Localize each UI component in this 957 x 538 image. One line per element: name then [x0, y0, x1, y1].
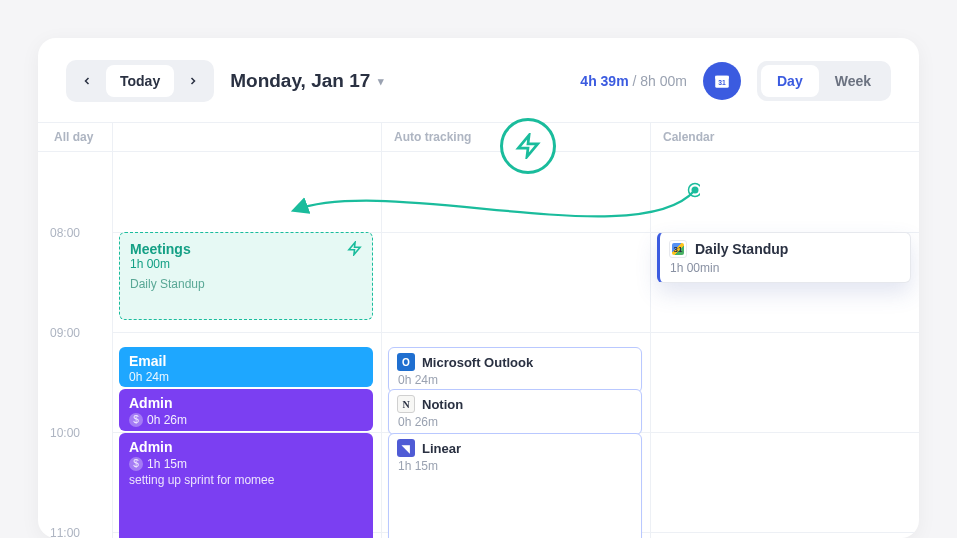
notion-icon: N [397, 395, 415, 413]
tracked-time-stat: 4h 39m / 8h 00m [580, 73, 687, 89]
tracking-name: Microsoft Outlook [422, 355, 533, 370]
entry-admin-1[interactable]: Admin $0h 26m [119, 389, 373, 431]
view-day-button[interactable]: Day [761, 65, 819, 97]
time-column: 08:00 09:00 10:00 11:00 [38, 152, 112, 538]
date-title[interactable]: Monday, Jan 17 ▾ [230, 70, 384, 92]
tracking-column: O Microsoft Outlook 0h 24m N Notion 0h 2… [381, 152, 650, 538]
calendar-event-duration: 1h 00min [669, 261, 901, 275]
tracking-duration: 0h 24m [397, 373, 633, 387]
calendar-column: 31 Daily Standup 1h 00min [650, 152, 919, 538]
calendar-icon: 31 [713, 72, 731, 90]
entry-title: Admin [129, 439, 363, 455]
entry-duration: $0h 26m [129, 413, 187, 427]
google-calendar-icon: 31 [669, 240, 687, 258]
planned-subtitle: Daily Standup [130, 277, 362, 291]
entries-column: Meetings 1h 00m Daily Standup Email 0h 2… [112, 152, 381, 538]
calendar-header: Calendar [650, 123, 919, 151]
bolt-icon [515, 133, 541, 159]
time-label: 09:00 [50, 326, 80, 340]
planned-meeting-block[interactable]: Meetings 1h 00m Daily Standup [119, 232, 373, 320]
prev-button[interactable] [70, 64, 104, 98]
entry-email[interactable]: Email 0h 24m [119, 347, 373, 387]
tracking-name: Linear [422, 441, 461, 456]
entry-title: Email [129, 353, 363, 369]
today-button[interactable]: Today [106, 65, 174, 97]
tracking-card-notion[interactable]: N Notion 0h 26m [388, 389, 642, 435]
view-week-button[interactable]: Week [819, 65, 887, 97]
time-label: 10:00 [50, 426, 80, 440]
calendar-card: Today Monday, Jan 17 ▾ 4h 39m / 8h 00m 3… [38, 38, 919, 538]
bolt-icon [347, 241, 362, 260]
time-label: 08:00 [50, 226, 80, 240]
chevron-down-icon: ▾ [378, 75, 384, 88]
time-label: 11:00 [50, 526, 80, 538]
planned-title: Meetings [130, 241, 362, 257]
entry-title: Admin [129, 395, 363, 411]
coin-icon: $ [129, 413, 143, 427]
svg-marker-6 [518, 135, 538, 157]
entry-duration: $1h 15m [129, 457, 187, 471]
allday-header: All day [38, 123, 112, 151]
entry-subtitle: setting up sprint for momee [129, 473, 363, 487]
automation-bolt-badge [500, 118, 556, 174]
next-button[interactable] [176, 64, 210, 98]
date-nav-group: Today [66, 60, 214, 102]
entry-admin-2[interactable]: Admin $1h 15m setting up sprint for mome… [119, 433, 373, 538]
calendar-event-name: Daily Standup [695, 241, 788, 257]
outlook-icon: O [397, 353, 415, 371]
main-header [112, 123, 381, 151]
calendar-icon-button[interactable]: 31 [703, 62, 741, 100]
tracking-duration: 0h 26m [397, 415, 633, 429]
date-text: Monday, Jan 17 [230, 70, 370, 92]
tracked-time: 4h 39m [580, 73, 628, 89]
tracking-duration: 1h 15m [397, 459, 633, 473]
svg-text:31: 31 [718, 79, 726, 86]
calendar-event-card[interactable]: 31 Daily Standup 1h 00min [657, 232, 911, 283]
planned-duration: 1h 00m [130, 257, 362, 271]
topbar: Today Monday, Jan 17 ▾ 4h 39m / 8h 00m 3… [38, 38, 919, 122]
grid-body: 08:00 09:00 10:00 11:00 Meetings 1h 00m … [38, 152, 919, 538]
entry-duration: 0h 24m [129, 370, 169, 384]
grid-header: All day Auto tracking Calendar [38, 122, 919, 152]
svg-marker-3 [349, 242, 360, 255]
linear-icon: ◥ [397, 439, 415, 457]
tracking-name: Notion [422, 397, 463, 412]
coin-icon: $ [129, 457, 143, 471]
tracking-card-linear[interactable]: ◥ Linear 1h 15m [388, 433, 642, 538]
view-toggle: Day Week [757, 61, 891, 101]
tracking-card-outlook[interactable]: O Microsoft Outlook 0h 24m [388, 347, 642, 393]
total-time: 8h 00m [640, 73, 687, 89]
